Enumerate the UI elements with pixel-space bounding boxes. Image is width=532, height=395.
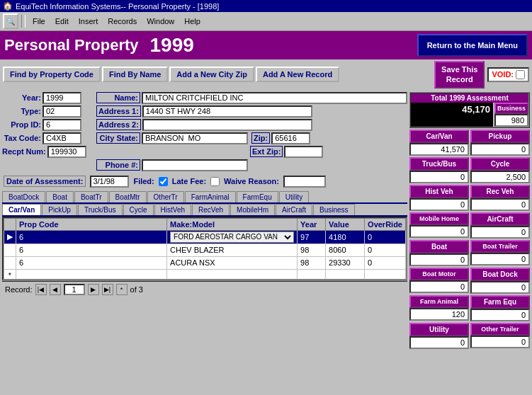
farmequ-button[interactable]: Farm Equ xyxy=(470,295,530,309)
return-to-menu-button[interactable]: Return to the Main Menu xyxy=(417,34,528,57)
boatdock-value: 0 xyxy=(470,281,530,294)
date-of-assessment-input[interactable] xyxy=(90,176,129,188)
late-fee-checkbox[interactable] xyxy=(210,177,220,186)
othertrailer-button[interactable]: Other Trailer xyxy=(470,323,530,336)
waive-reason-input[interactable] xyxy=(283,176,326,188)
add-city-zip-button[interactable]: Add a New City Zip xyxy=(169,67,254,82)
recveh-button[interactable]: Rec Veh xyxy=(470,185,530,198)
toolbar-search-btn[interactable]: 🔍 xyxy=(3,13,18,29)
menu-edit[interactable]: Edit xyxy=(51,16,73,26)
cycle-button[interactable]: Cycle xyxy=(470,157,530,171)
row-make-model[interactable]: CHEV BLAZER xyxy=(167,244,298,256)
title-bar-text: EquiTech Information Systems-- Personal … xyxy=(16,2,219,11)
city-state-input[interactable] xyxy=(142,132,248,144)
tab-farmanimal[interactable]: FarmAnimal xyxy=(185,191,236,202)
row-value: 8060 xyxy=(326,244,365,256)
pickup-button[interactable]: Pickup xyxy=(470,130,530,143)
phone-input[interactable] xyxy=(142,159,248,171)
tabs-bar: BoatDock Boat BoatTr BoatMtr OtherTr Far… xyxy=(2,191,407,204)
menu-window[interactable]: Window xyxy=(142,16,179,26)
assessment-label: Total 1999 Assessment xyxy=(411,93,528,103)
nav-prev-button[interactable]: ◀ xyxy=(50,284,61,295)
truckbus-button[interactable]: Truck/Bus xyxy=(409,157,469,171)
row-make-model[interactable]: ACURA NSX xyxy=(167,256,298,269)
year-input[interactable] xyxy=(43,92,81,104)
tab-truckbus[interactable]: Truck/Bus xyxy=(78,204,123,215)
menu-help[interactable]: Help xyxy=(180,16,205,26)
tab-boattr[interactable]: BoatTr xyxy=(74,191,108,202)
tab-pickup[interactable]: PickUp xyxy=(42,204,77,215)
tab-carvan[interactable]: Car/Van xyxy=(2,204,41,215)
boattrailer-button[interactable]: Boat Trailer xyxy=(470,240,530,253)
recpt-num-input[interactable] xyxy=(47,146,86,158)
table-row[interactable]: ▶ 6 FORD AEROSTAR CARGO VAN 97 4180 0 xyxy=(4,230,406,244)
row-make-model[interactable]: FORD AEROSTAR CARGO VAN xyxy=(167,230,298,244)
prop-id-input[interactable] xyxy=(43,119,81,131)
zip-input[interactable] xyxy=(271,132,310,144)
tax-code-label: Tax Code: xyxy=(2,134,41,142)
tab-farmequ[interactable]: FarmEqu xyxy=(237,191,278,202)
tab-othertr[interactable]: OtherTr xyxy=(147,191,184,202)
tab-cycle[interactable]: Cycle xyxy=(123,204,154,215)
make-model-dropdown[interactable]: FORD AEROSTAR CARGO VAN xyxy=(170,231,294,243)
filed-checkbox[interactable] xyxy=(159,177,168,186)
boatdock-stat: Boat Dock 0 xyxy=(470,268,530,294)
carvan-button[interactable]: Car/Van xyxy=(409,130,469,143)
truckbus-stat: Truck/Bus 0 xyxy=(409,157,469,183)
tab-utility[interactable]: Utility xyxy=(279,191,309,202)
histveh-button[interactable]: Hist Veh xyxy=(409,185,469,198)
nav-last-button[interactable]: ▶| xyxy=(102,284,113,295)
row-arrow xyxy=(4,256,16,269)
date-row: Date of Assessment: Filed: Late Fee: Wai… xyxy=(2,174,407,189)
aircraft-button[interactable]: AirCraft xyxy=(470,212,530,226)
boatmotor-button[interactable]: Boat Motor xyxy=(409,268,469,280)
aircraft-value: 0 xyxy=(470,226,530,239)
address2-label: Address 2: xyxy=(96,119,141,130)
tab-boat[interactable]: Boat xyxy=(46,191,74,202)
menu-insert[interactable]: Insert xyxy=(74,16,103,26)
tab-aircraft[interactable]: AirCraft xyxy=(276,204,312,215)
recveh-value: 0 xyxy=(470,198,530,211)
table-row[interactable]: * xyxy=(4,269,406,280)
ext-zip-input[interactable] xyxy=(284,146,323,158)
tax-code-input[interactable] xyxy=(43,132,81,144)
address2-input[interactable] xyxy=(142,119,312,131)
farmanimal-button[interactable]: Farm Animal xyxy=(409,295,469,308)
boatmotor-value: 0 xyxy=(409,280,469,293)
tab-boatdock[interactable]: BoatDock xyxy=(2,191,45,202)
business-button[interactable]: Business xyxy=(494,103,528,114)
boat-button[interactable]: Boat xyxy=(409,240,469,253)
mobilehome-button[interactable]: Mobile Home xyxy=(409,212,469,225)
menu-file[interactable]: File xyxy=(28,16,50,26)
mobilehome-stat: Mobile Home 0 xyxy=(409,212,469,239)
record-number-input[interactable] xyxy=(64,284,85,295)
name-input[interactable] xyxy=(142,92,407,104)
nav-next-button[interactable]: ▶ xyxy=(88,284,99,295)
nav-new-button[interactable]: * xyxy=(116,284,128,295)
boatdock-button[interactable]: Boat Dock xyxy=(470,268,530,281)
find-by-property-code-button[interactable]: Find by Property Code xyxy=(3,67,101,82)
utility-button[interactable]: Utility xyxy=(409,323,469,336)
type-input[interactable] xyxy=(43,105,81,118)
tab-business[interactable]: Business xyxy=(313,204,355,215)
table-row[interactable]: 6 CHEV BLAZER 98 8060 0 xyxy=(4,244,406,256)
tab-boatmtr[interactable]: BoatMtr xyxy=(109,191,147,202)
menu-records[interactable]: Records xyxy=(103,16,141,26)
truckbus-value: 0 xyxy=(409,171,469,183)
type-row: Type: xyxy=(2,105,94,118)
row-override: 0 xyxy=(365,256,406,269)
app-title: Personal Property xyxy=(4,36,139,55)
filed-label: Filed: xyxy=(133,177,154,185)
void-checkbox[interactable] xyxy=(516,70,525,79)
add-new-record-button[interactable]: Add A New Record xyxy=(256,67,339,82)
address1-input[interactable] xyxy=(142,105,312,118)
business-col: Business 980 xyxy=(494,103,528,127)
tab-recveh[interactable]: RecVeh xyxy=(192,204,230,215)
nav-first-button[interactable]: |◀ xyxy=(35,284,47,295)
save-this-button[interactable]: Save This Record xyxy=(434,61,485,88)
tab-histveh[interactable]: HistVeh xyxy=(154,204,191,215)
table-row[interactable]: 6 ACURA NSX 98 29330 0 xyxy=(4,256,406,269)
find-by-name-button[interactable]: Find By Name xyxy=(102,67,168,82)
app-icon: 🏠 xyxy=(3,1,13,11)
tab-mobilehm[interactable]: MobileHm xyxy=(230,204,275,215)
